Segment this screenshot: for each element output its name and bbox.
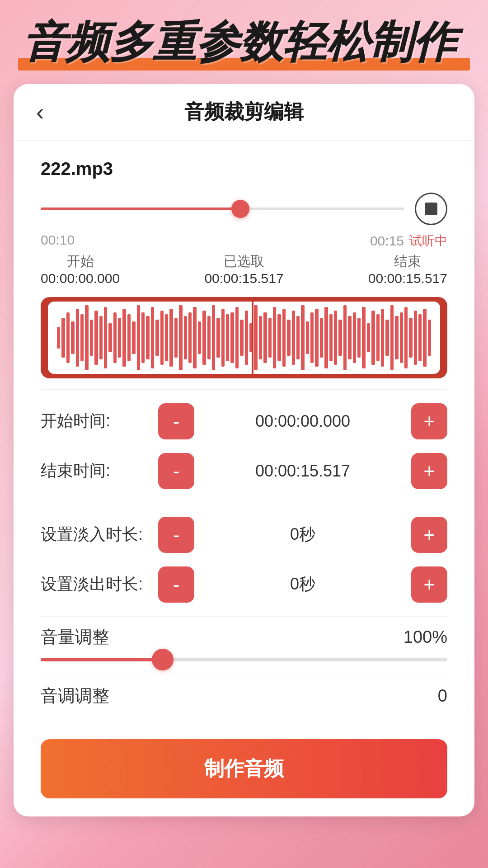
minus-icon-2: -: [173, 461, 180, 481]
waveform-bar: [282, 309, 286, 367]
time-section-end: 结束 00:00:15.517: [368, 252, 447, 286]
divider-1: [41, 389, 447, 390]
waveform-bar: [395, 316, 398, 359]
waveform-bar: [57, 327, 60, 349]
start-time-control: 开始时间: - 00:00:00.000 +: [41, 403, 447, 439]
page-title: 音频裁剪编辑: [184, 99, 304, 125]
waveform-bar: [146, 316, 149, 359]
start-label: 开始: [41, 252, 120, 271]
waveform-bar: [348, 316, 351, 359]
end-time-value: 00:00:15.517: [194, 462, 411, 481]
waveform-container[interactable]: [41, 297, 447, 378]
file-name: 222.mp3: [41, 159, 447, 179]
waveform-bar: [320, 318, 323, 358]
waveform-bar: [357, 318, 361, 358]
waveform-bar: [160, 311, 164, 365]
waveform-inner: [48, 302, 440, 374]
waveform-bar: [207, 316, 211, 359]
start-time-plus-button[interactable]: +: [411, 403, 447, 439]
waveform-bar: [277, 314, 281, 361]
waveform-bar: [390, 305, 394, 370]
waveform-bar: [254, 305, 257, 370]
volume-header: 音量调整 100%: [41, 626, 447, 649]
progress-thumb: [231, 200, 249, 218]
fade-out-value: 0秒: [194, 573, 411, 595]
fade-in-label: 设置淡入时长:: [41, 524, 158, 546]
waveform-bar: [113, 312, 117, 363]
waveform-bar: [334, 311, 337, 365]
start-time-label: 开始时间:: [41, 410, 158, 432]
waveform-bar: [221, 309, 225, 367]
waveform-bar: [268, 318, 272, 358]
end-time-minus-button[interactable]: -: [158, 453, 194, 489]
waveform-bar: [367, 323, 370, 352]
waveform-bar: [414, 311, 417, 365]
pitch-label: 音调调整: [41, 684, 109, 708]
pitch-section: 音调调整 0: [41, 684, 447, 708]
waveform-bar: [245, 311, 248, 365]
end-time-plus-button[interactable]: +: [411, 453, 447, 489]
waveform-bar: [132, 321, 135, 354]
volume-fill: [41, 658, 163, 661]
volume-thumb: [152, 649, 174, 670]
waveform-bar: [263, 312, 267, 363]
volume-slider[interactable]: [41, 658, 447, 661]
fade-in-minus-button[interactable]: -: [158, 517, 194, 553]
waveform-bar: [108, 323, 112, 352]
fade-out-plus-button[interactable]: +: [411, 566, 447, 603]
waveform-bar: [329, 314, 333, 361]
hero-title: 音频多重参数轻松制作: [23, 18, 465, 66]
waveform-bar: [198, 321, 201, 354]
back-button[interactable]: ‹: [36, 100, 44, 124]
waveform-bar: [141, 312, 145, 363]
waveform-bar: [137, 305, 140, 370]
main-card: ‹ 音频裁剪编辑 222.mp3 00:10 00:15 试听中: [14, 84, 474, 816]
waveform-bar: [404, 307, 408, 368]
audition-badge: 试听中: [409, 232, 447, 250]
waveform-bar: [94, 311, 98, 365]
waveform-bar: [85, 305, 88, 370]
waveform-bar: [216, 318, 220, 358]
waveform-bar: [381, 309, 384, 367]
waveform-bar: [423, 309, 426, 367]
make-audio-button[interactable]: 制作音频: [41, 739, 447, 798]
end-value: 00:00:15.517: [368, 271, 447, 286]
stop-button[interactable]: [415, 193, 447, 225]
divider-3: [41, 616, 447, 617]
waveform-bar: [235, 307, 239, 368]
selected-label: 已选取: [204, 252, 283, 271]
fade-out-label: 设置淡出时长:: [41, 573, 158, 595]
waveform-bar: [310, 312, 314, 363]
volume-value: 100%: [404, 627, 447, 647]
waveform-bar: [296, 316, 300, 359]
start-time-minus-button[interactable]: -: [158, 403, 194, 439]
divider-4: [41, 675, 447, 675]
end-time-label: 结束时间:: [41, 460, 158, 482]
waveform-bar: [259, 316, 262, 359]
end-label: 结束: [368, 252, 447, 271]
waveform-bar: [193, 307, 196, 368]
waveform-bar: [400, 312, 403, 363]
waveform-bar: [122, 309, 126, 367]
stop-icon: [425, 203, 437, 215]
waveform-bar: [127, 314, 131, 361]
waveform-cursor: [252, 302, 253, 374]
time-section-start: 开始 00:00:00.000: [41, 252, 120, 286]
waveform-bar: [376, 314, 380, 361]
fade-in-control: 设置淡入时长: - 0秒 +: [41, 517, 447, 553]
fade-out-control: 设置淡出时长: - 0秒 +: [41, 566, 447, 603]
waveform-bar: [179, 305, 182, 370]
waveform-bar: [188, 312, 192, 363]
waveform-bar: [362, 307, 365, 368]
time-values: 开始 00:00:00.000 已选取 00:00:15.517 结束 00:0…: [41, 252, 447, 286]
waveform-bar: [169, 309, 173, 367]
waveform-bar: [409, 318, 412, 358]
fade-in-plus-button[interactable]: +: [411, 517, 447, 553]
waveform-bar: [385, 320, 389, 356]
progress-track[interactable]: [41, 208, 404, 210]
fade-out-minus-button[interactable]: -: [158, 566, 194, 603]
waveform-bar: [90, 320, 93, 356]
waveform-bar: [118, 318, 121, 358]
waveform-bar: [61, 318, 65, 358]
end-time-control: 结束时间: - 00:00:15.517 +: [41, 453, 447, 489]
